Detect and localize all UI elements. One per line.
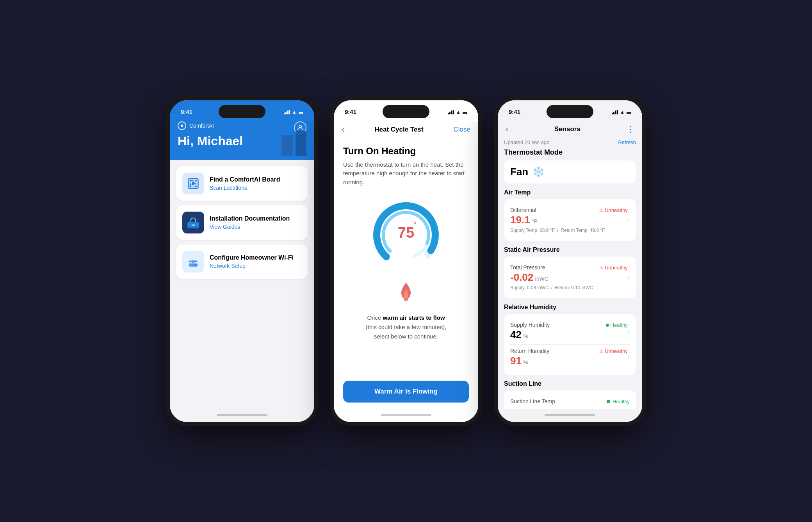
suction-line-title: Suction Line (504, 380, 636, 387)
gauge-value-text: 75 (398, 224, 414, 241)
return-temp-value: 49.8 °F (590, 228, 605, 233)
menu-card-installation-docs[interactable]: Installation Documentation View Guides (176, 205, 308, 240)
healthy-dot-supply (606, 324, 609, 327)
phone2-body: Turn On Heating Use the thermostat to tu… (334, 139, 478, 409)
differential-chevron: › (628, 216, 630, 223)
warm-air-flowing-button[interactable]: Warm Air Is Flowing (343, 381, 469, 403)
installation-docs-text: Installation Documentation View Guides (210, 215, 302, 230)
static-pressure-card: Total Pressure ⚠ Unhealthy -0.02 inWC (504, 257, 636, 298)
battery-icon-1: ▬ (299, 109, 303, 115)
installation-docs-icon-box (182, 212, 204, 233)
return-humidity-row[interactable]: Return Humidity ⚠ Unhealthy 91 % (510, 345, 630, 370)
nav-title-2: Heat Cycle Test (374, 126, 423, 134)
svg-point-4 (195, 180, 197, 181)
dynamic-island-3 (547, 105, 593, 118)
status-icons-3: ▲ ▬ (612, 109, 631, 115)
menu-card-find-board[interactable]: Find a ComfortAI Board Scan Locations (176, 166, 308, 201)
return-humidity-status: ⚠ Unhealthy (599, 348, 628, 354)
return-humidity-unit: % (523, 359, 528, 365)
supply-humidity-row[interactable]: Supply Humidity Healthy 42 % (510, 319, 630, 344)
air-temp-section: Air Temp Differential ⚠ Unhealthy (504, 189, 636, 241)
installation-docs-link[interactable]: View Guides (210, 224, 302, 230)
differential-sub: Supply Temp 68.9 °F / Return Temp 49.8 °… (510, 228, 628, 233)
suction-line-temp-row: Suction Line Temp Healthy (510, 395, 630, 408)
static-pressure-title: Static Air Pressure (504, 246, 636, 253)
updated-timestamp: Updated 20 sec ago (504, 139, 549, 145)
find-board-title: Find a ComfortAI Board (210, 176, 302, 183)
heat-cycle-title: Turn On Heating (343, 146, 469, 157)
thermostat-mode-section-title: Thermostat Mode (504, 148, 636, 157)
fan-icon: ❄️ (532, 166, 545, 178)
signal-icon-2 (448, 110, 454, 114)
logo-area: ComfortAI (178, 121, 306, 130)
suction-line-section: Suction Line Suction Line Temp Healthy (504, 380, 636, 409)
find-board-icon-box (182, 173, 204, 194)
menu-card-configure-wifi[interactable]: Configure Homeowner Wi-Fi Network Setup (176, 244, 308, 279)
thermostat-mode-card: Fan ❄️ (504, 160, 636, 184)
wifi-icon-1: ▲ (292, 109, 297, 115)
total-pressure-value: -0.02 (510, 271, 533, 283)
more-button-3[interactable]: ⋮ (627, 125, 634, 134)
warm-air-bold: warm air starts to flow (383, 314, 445, 321)
thermostat-mode-value: Fan (510, 166, 528, 178)
find-board-link[interactable]: Scan Locations (210, 185, 302, 191)
home-indicator-1 (170, 409, 314, 422)
sensors-title: Sensors (554, 125, 581, 133)
home-indicator-2 (334, 409, 478, 422)
differential-unit: °F (532, 218, 537, 224)
back-button-2[interactable]: ‹ (342, 125, 344, 135)
differential-row[interactable]: Differential ⚠ Unhealthy 19.1 °F (510, 204, 630, 236)
supply-temp-value: 68.9 °F (540, 228, 555, 233)
back-button-3[interactable]: ‹ (506, 125, 508, 134)
suction-line-card: Suction Line Temp Healthy (504, 390, 636, 409)
header-device-illustration (281, 131, 306, 156)
humidity-title: Relative Humidity (504, 304, 636, 311)
configure-wifi-link[interactable]: Network Setup (210, 263, 302, 269)
phone-1: 9:41 ▲ ▬ ComfortAI (166, 96, 318, 426)
svg-point-18 (191, 264, 192, 265)
differential-value: 19.1 (510, 214, 530, 226)
status-icons-1: ▲ ▬ (284, 109, 303, 115)
warning-icon-humidity: ⚠ (599, 349, 603, 354)
total-pressure-status: ⚠ Unhealthy (599, 265, 628, 271)
status-time-1: 9:41 (181, 109, 192, 115)
heat-cycle-description: Use the thermostat to turn on the heat. … (343, 160, 469, 187)
phone-3: 9:41 ▲ ▬ ‹ Sensors ⋮ Updated 20 sec (494, 96, 646, 426)
supply-humidity-unit: % (523, 333, 528, 339)
svg-point-6 (195, 185, 197, 187)
refresh-button[interactable]: Refresh (618, 139, 636, 145)
wifi-router-icon (186, 254, 201, 269)
warning-icon-pressure: ⚠ (599, 265, 603, 270)
phone2-nav: ‹ Heat Cycle Test Close (334, 121, 478, 139)
logo-text: ComfortAI (189, 123, 214, 129)
return-pressure-value: 0.10 inWC (571, 285, 593, 290)
svg-point-19 (192, 261, 194, 263)
supply-pressure-label: Supply (510, 285, 525, 290)
total-pressure-row[interactable]: Total Pressure ⚠ Unhealthy -0.02 inWC (510, 261, 630, 294)
temperature-gauge: 75 ° (343, 196, 469, 274)
pressure-sub: Supply 0.08 inWC / Return 0.10 inWC (510, 285, 628, 290)
suction-line-temp-status: Healthy (607, 399, 630, 404)
status-icons-2: ▲ ▬ (448, 109, 467, 115)
close-button-2[interactable]: Close (454, 126, 470, 134)
suction-line-temp-label: Suction Line Temp (510, 398, 555, 404)
toolbox-icon (186, 215, 201, 230)
total-pressure-label: Total Pressure (510, 264, 545, 271)
healthy-dot-suction (607, 400, 610, 403)
phone-2: 9:41 ▲ ▬ ‹ Heat Cycle Test Close Turn On… (330, 96, 482, 426)
total-pressure-unit: inWC (535, 276, 548, 282)
humidity-section: Relative Humidity Supply Humidity Health… (504, 304, 636, 375)
supply-humidity-label: Supply Humidity (510, 322, 550, 328)
static-pressure-section: Static Air Pressure Total Pressure ⚠ Unh… (504, 246, 636, 298)
flame-icon-container (343, 282, 469, 305)
dynamic-island-1 (219, 105, 265, 118)
phone1-menu: Find a ComfortAI Board Scan Locations (170, 160, 314, 409)
supply-humidity-status: Healthy (606, 322, 628, 328)
return-pressure-label: Return (555, 285, 569, 290)
phone1-header: ComfortAI Hi, Michael (170, 121, 314, 160)
return-humidity-value: 91 (510, 355, 522, 367)
circuit-board-icon (186, 176, 201, 191)
differential-label: Differential (510, 207, 536, 213)
dynamic-island-2 (383, 105, 429, 118)
battery-icon-3: ▬ (627, 109, 631, 115)
